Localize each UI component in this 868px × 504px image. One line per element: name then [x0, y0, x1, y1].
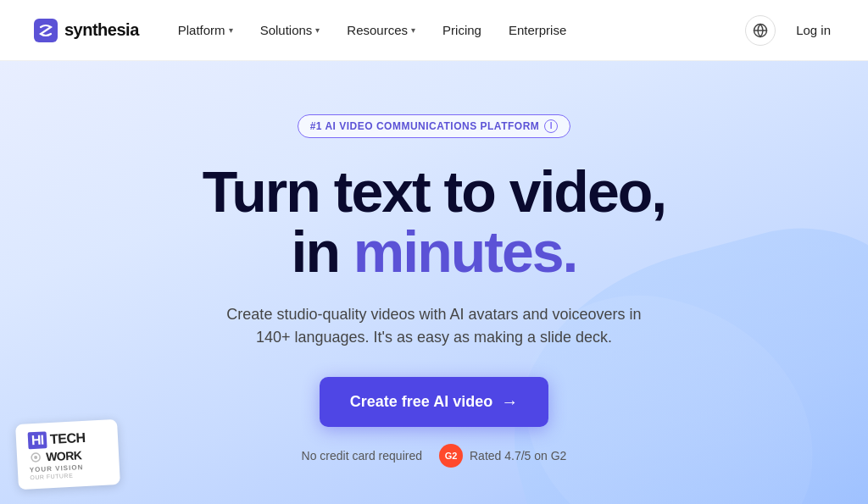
platform-badge: #1 AI VIDEO COMMUNICATIONS PLATFORM i [298, 114, 571, 138]
watermark-top: HI TECH [28, 429, 86, 450]
hero-subtext: Create studio-quality videos with AI ava… [222, 303, 646, 351]
g2-rating: G2 Rated 4.7/5 on G2 [439, 444, 566, 468]
g2-rating-text: Rated 4.7/5 on G2 [470, 449, 566, 462]
info-icon[interactable]: i [544, 119, 558, 133]
watermark-tech: TECH [50, 430, 86, 447]
headline-highlight: minutes. [353, 219, 577, 284]
nav-item-resources[interactable]: Resources ▾ [335, 16, 427, 44]
watermark-hi: HI [28, 431, 47, 449]
brand-name: synthesia [64, 20, 139, 40]
chevron-down-icon: ▾ [411, 25, 415, 35]
arrow-icon: → [501, 392, 518, 412]
watermark-subtitle: YOUR VISION [30, 463, 84, 474]
globe-icon [753, 23, 768, 38]
login-button[interactable]: Log in [793, 16, 834, 44]
svg-point-4 [34, 456, 37, 459]
watermark-logo: HI TECH WORK YOUR VISION OUR FUTURE [15, 419, 120, 490]
below-cta: No credit card required G2 Rated 4.7/5 o… [302, 444, 567, 468]
cta-label: Create free AI video [350, 393, 492, 411]
watermark-work: WORK [46, 448, 82, 463]
hero-headline: Turn text to video, in minutes. [203, 162, 665, 283]
cta-button[interactable]: Create free AI video → [320, 377, 548, 427]
hero-section: #1 AI VIDEO COMMUNICATIONS PLATFORM i Tu… [0, 61, 868, 504]
headline-line2-prefix: in [292, 219, 353, 284]
headline-line1: Turn text to video, [203, 159, 665, 224]
navbar: synthesia Platform ▾ Solutions ▾ Resourc… [0, 0, 868, 61]
language-selector-button[interactable] [745, 15, 776, 46]
logo-link[interactable]: synthesia [34, 19, 139, 42]
no-credit-card-text: No credit card required [302, 449, 422, 462]
nav-right: Log in [745, 15, 834, 46]
watermark-bottom: OUR FUTURE [30, 473, 73, 481]
nav-item-platform[interactable]: Platform ▾ [166, 16, 245, 44]
g2-badge-icon: G2 [439, 444, 463, 468]
chevron-down-icon: ▾ [315, 25, 320, 35]
nav-item-pricing[interactable]: Pricing [431, 16, 493, 44]
badge-text: #1 AI VIDEO COMMUNICATIONS PLATFORM [310, 120, 540, 132]
chevron-down-icon: ▾ [229, 25, 233, 35]
nav-item-solutions[interactable]: Solutions ▾ [248, 16, 332, 44]
nav-item-enterprise[interactable]: Enterprise [497, 16, 578, 44]
nav-links: Platform ▾ Solutions ▾ Resources ▾ Prici… [166, 16, 745, 44]
synthesia-logo-icon [34, 19, 58, 42]
watermark-gear-icon [29, 451, 43, 465]
